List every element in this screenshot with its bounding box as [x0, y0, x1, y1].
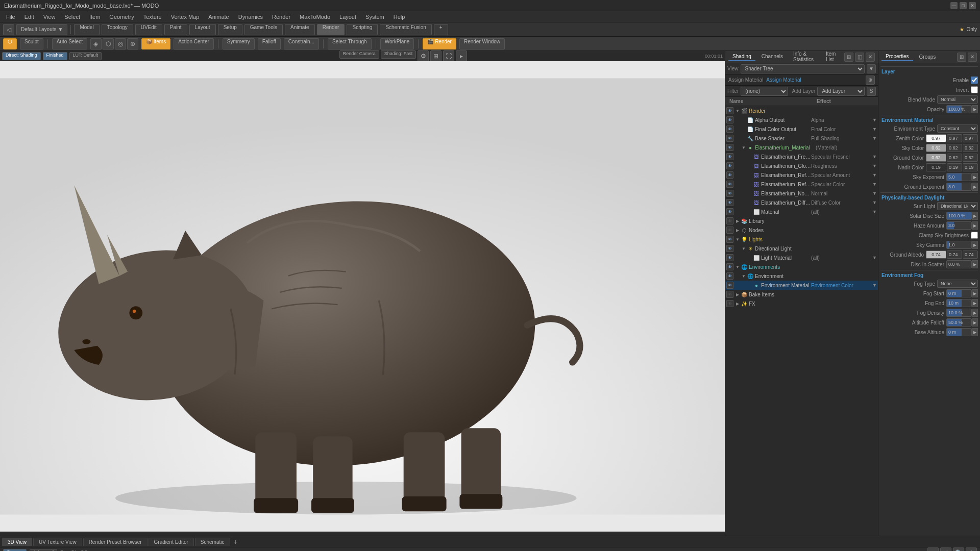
gnd-exp-val[interactable]: 8.0 [946, 183, 972, 191]
render-window-btn[interactable]: Render Window [459, 38, 505, 49]
vis-icon-lights[interactable]: 👁 [726, 236, 733, 243]
tree-item-gloss[interactable]: 👁 🖼 Elasmatherium_Glossiness (Image) Rou… [725, 161, 878, 170]
dropdown-alpha[interactable]: ▼ [872, 117, 877, 122]
symmetry-btn[interactable]: Symmetry [223, 38, 255, 49]
zenith-color-preview[interactable]: 0.97 [926, 134, 946, 142]
dropdown-lmat[interactable]: ▼ [872, 255, 877, 260]
tool-icon-3[interactable]: ◎ [115, 38, 126, 49]
tab-game-tools[interactable]: Game Tools [244, 24, 283, 35]
fog-start-val[interactable]: 0 m [946, 289, 972, 297]
dropdown-refl2[interactable]: ▼ [872, 182, 877, 187]
arrow-lights[interactable]: ▼ [734, 236, 741, 242]
items-btn[interactable]: 📦 Items [141, 38, 170, 49]
vis-icon-refl[interactable]: 👁 [726, 171, 733, 179]
tree-item-env[interactable]: 👁 ▼ 🌐 Environment [725, 271, 878, 281]
disc-scatter-val[interactable]: 0.0 % [946, 260, 972, 268]
vis-icon-render[interactable]: 👁 [726, 107, 733, 114]
bottom-tab-uvview[interactable]: UV Texture View [33, 538, 82, 546]
nadir-color-preview[interactable]: 0.19 [926, 163, 946, 171]
tree-item-nodes[interactable]: 👁 ▶ ⬡ Nodes [725, 226, 878, 235]
fog-end-btn[interactable]: ▶ [972, 299, 978, 307]
disc-scatter-btn[interactable]: ▶ [972, 260, 978, 268]
shader-tab-item-list[interactable]: Item List [822, 50, 842, 64]
arrow-envs[interactable]: ▼ [734, 264, 741, 270]
tree-item-fx[interactable]: 👁 ▶ ✨ FX [725, 299, 878, 308]
sky-exp-btn[interactable]: ▶ [972, 173, 978, 181]
render-btn[interactable]: 🎬 Render [423, 38, 456, 49]
tree-item-material[interactable]: 👁 ⬜ Material (all) ▼ [725, 207, 878, 216]
tool-icon-2[interactable]: ⬡ [103, 38, 114, 49]
tree-item-normal[interactable]: 👁 🖼 Elasmatherium_Normal (Image) Normal … [725, 189, 878, 198]
vis-icon-env[interactable]: 👁 [726, 272, 733, 280]
tree-item-library[interactable]: 👁 ▶ 📚 Library [725, 216, 878, 226]
tree-item-lights[interactable]: 👁 ▼ 💡 Lights [725, 235, 878, 244]
vis-icon-fx[interactable]: 👁 [726, 300, 733, 307]
toolbar-icon-left[interactable]: ◁ [3, 24, 14, 35]
alt-falloff-btn[interactable]: ▶ [972, 318, 978, 327]
arrow-env[interactable]: ▼ [741, 273, 747, 279]
shader-view-icon[interactable]: ▼ [867, 64, 876, 73]
haze-val[interactable]: 3.0 [946, 221, 972, 230]
viewport-icon-1[interactable]: ⚙ [418, 51, 429, 62]
gnd-alb-g-val[interactable]: 0.74 [947, 251, 962, 259]
action-center-btn[interactable]: Action Center [174, 38, 214, 49]
enable-checkbox[interactable] [971, 77, 978, 84]
solar-disc-btn[interactable]: ▶ [972, 212, 978, 220]
menu-system[interactable]: System [361, 13, 388, 21]
menu-vertex-map[interactable]: Vertex Map [167, 13, 204, 21]
arrow-render[interactable]: ▼ [734, 108, 741, 114]
sky-gamma-btn[interactable]: ▶ [972, 241, 978, 249]
viewport-opt-shading[interactable]: Shading: Fast [381, 51, 416, 59]
vis-icon-gloss[interactable]: 👁 [726, 162, 733, 169]
tree-item-refl[interactable]: 👁 🖼 Elasmatherium_Reflection (Image) Spe… [725, 170, 878, 180]
nadir-g-val[interactable]: 0.19 [947, 163, 962, 171]
tree-item-render[interactable]: 👁 ▼ 🎬 Render [725, 106, 878, 115]
bottom-tab-render-preset[interactable]: Render Preset Browser [83, 538, 148, 546]
bottom-tab-add-btn[interactable]: + [231, 537, 240, 546]
shader-view-select[interactable]: Shader Tree [741, 64, 865, 73]
fog-type-select[interactable]: None [937, 280, 978, 288]
tab-render[interactable]: Render [317, 24, 345, 35]
fog-density-btn[interactable]: ▶ [972, 309, 978, 317]
env-type-select[interactable]: Constant [937, 124, 978, 133]
dropdown-fresnel[interactable]: ▼ [872, 154, 877, 159]
tab-paint[interactable]: Paint [164, 24, 187, 35]
arrow-nodes[interactable]: ▶ [734, 227, 741, 233]
base-alt-btn[interactable]: ▶ [972, 328, 978, 336]
tree-item-final-color[interactable]: 👁 📄 Final Color Output Final Color ▼ [725, 124, 878, 134]
tree-item-alpha[interactable]: 👁 📄 Alpha Output Alpha ▼ [725, 115, 878, 124]
tree-item-bake[interactable]: 👁 ▶ 📦 Bake Items [725, 290, 878, 299]
tab-layout[interactable]: Layout [189, 24, 216, 35]
arrow-bake[interactable]: ▶ [734, 291, 741, 297]
sun-light-select[interactable]: Directional Light [937, 202, 978, 210]
menu-maxtomodo[interactable]: MaxToModo [296, 13, 334, 21]
add-layer-select[interactable]: Add Layer [817, 87, 865, 96]
dropdown-material[interactable]: ▼ [872, 209, 877, 214]
arrow-elasm[interactable]: ▼ [741, 144, 747, 151]
clamp-sky-checkbox[interactable] [971, 232, 978, 239]
menu-edit[interactable]: Edit [20, 13, 38, 21]
menu-item[interactable]: Item [85, 13, 104, 21]
fog-end-val[interactable]: 10 m [946, 299, 972, 307]
tool-icon-1[interactable]: ◈ [90, 38, 102, 49]
dropdown-final[interactable]: ▼ [872, 127, 877, 132]
viewport-icon-3[interactable]: ⛶ [443, 51, 454, 62]
arrow-fx[interactable]: ▶ [734, 300, 741, 307]
tree-item-base-shader[interactable]: 👁 🔧 Base Shader Full Shading ▼ [725, 134, 878, 143]
vis-icon-material[interactable]: 👁 [726, 208, 733, 215]
filter-icon[interactable]: S [867, 87, 876, 96]
props-tab-groups[interactable]: Groups [915, 53, 940, 61]
tab-animate[interactable]: Animate [285, 24, 315, 35]
vis-icon-final[interactable]: 👁 [726, 126, 733, 133]
tree-item-diffuse[interactable]: 👁 🖼 Elasmatherium_Diffuse (Image) Diffus… [725, 198, 878, 207]
haze-btn[interactable]: ▶ [972, 221, 978, 230]
sky-color-preview[interactable]: 0.62 [926, 144, 946, 152]
vis-icon-emat[interactable]: 👁 [726, 282, 733, 289]
opacity-value[interactable]: 100.0 % [946, 105, 972, 113]
fog-density-val[interactable]: 10.0 % [946, 309, 972, 317]
bottom-icon-3[interactable]: 🔍 [953, 547, 964, 552]
maximize-button[interactable]: □ [960, 2, 967, 9]
auto-select-btn[interactable]: Auto Select [52, 38, 87, 49]
sky-g-val[interactable]: 0.62 [947, 144, 962, 152]
vis-icon-nodes[interactable]: 👁 [726, 227, 733, 234]
